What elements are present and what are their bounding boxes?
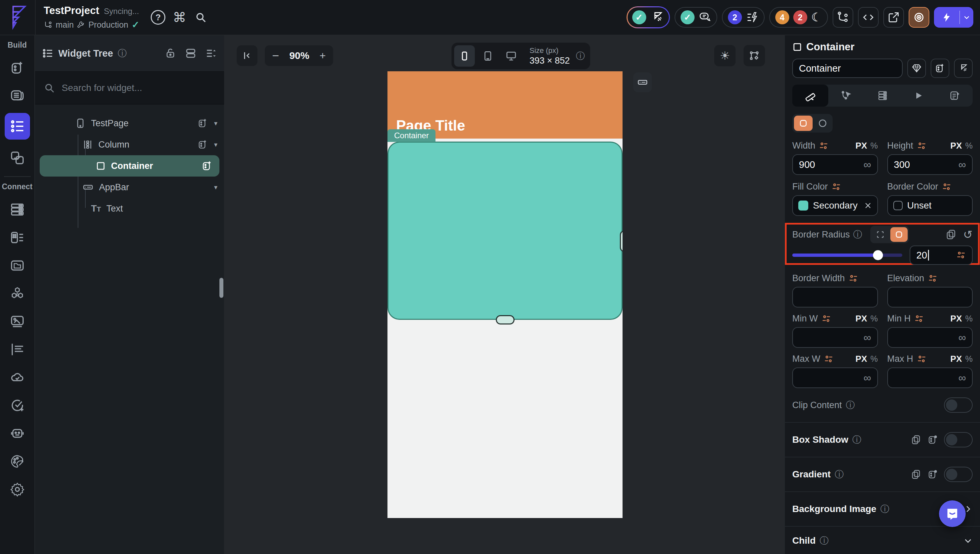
- slider-thumb[interactable]: [873, 250, 883, 260]
- deploy-menu-button[interactable]: [960, 14, 973, 21]
- sidebar-item-theme-settings[interactable]: [5, 452, 30, 471]
- add-widget-icon[interactable]: [201, 160, 213, 172]
- tab-backend[interactable]: [864, 84, 900, 107]
- bg-image-info-icon[interactable]: ⓘ: [880, 503, 889, 515]
- px-unit[interactable]: PX: [856, 354, 867, 364]
- px-unit[interactable]: PX: [950, 140, 962, 151]
- px-unit[interactable]: PX: [950, 314, 962, 324]
- app-logo[interactable]: [0, 5, 35, 30]
- min-h-input[interactable]: ∞: [887, 327, 973, 348]
- zoom-in-button[interactable]: +: [319, 49, 326, 62]
- device-phone-button[interactable]: [454, 45, 475, 67]
- infinity-button[interactable]: ∞: [863, 331, 871, 344]
- pct-unit[interactable]: %: [965, 141, 973, 151]
- issues-pill[interactable]: 4 2 ☾: [769, 7, 828, 28]
- infinity-button[interactable]: ∞: [958, 159, 966, 171]
- infinity-button[interactable]: ∞: [863, 372, 871, 384]
- shape-circle-button[interactable]: [814, 116, 831, 131]
- panel-layout-icon[interactable]: [185, 47, 197, 59]
- add-widget-icon[interactable]: [197, 118, 208, 129]
- size-value[interactable]: 393 × 852: [530, 56, 570, 66]
- px-unit[interactable]: PX: [950, 354, 962, 364]
- radius-per-corner-button[interactable]: [871, 227, 889, 242]
- tree-scrollbar-thumb[interactable]: [219, 278, 223, 298]
- set-from-variable-icon[interactable]: [942, 182, 952, 192]
- border-width-input[interactable]: [792, 287, 878, 307]
- sidebar-item-widget-tree[interactable]: [5, 113, 30, 140]
- shape-rectangle-button[interactable]: [794, 116, 812, 131]
- set-from-variable-icon[interactable]: [917, 354, 927, 364]
- px-unit[interactable]: PX: [856, 314, 867, 324]
- clear-color-icon[interactable]: [864, 202, 872, 210]
- border-color-picker[interactable]: Unset: [887, 195, 973, 216]
- pct-unit[interactable]: %: [870, 141, 878, 151]
- copy-value-icon[interactable]: c: [945, 229, 957, 240]
- child-alignment-info-icon[interactable]: ⓘ: [859, 552, 868, 554]
- set-from-variable-icon[interactable]: [927, 274, 938, 283]
- support-chat-button[interactable]: [939, 500, 966, 527]
- set-from-variable-icon[interactable]: [848, 274, 858, 283]
- box-shadow-toggle[interactable]: [944, 432, 973, 447]
- widget-name-input[interactable]: Container: [792, 59, 903, 78]
- ai-generate-button[interactable]: [954, 59, 973, 78]
- size-info-icon[interactable]: ⓘ: [576, 50, 585, 62]
- canvas-area[interactable]: − 90% + Size (px) 393 × 852 ⓘ ☀ Page Tit…: [224, 35, 784, 554]
- fill-color-picker[interactable]: Secondary: [792, 195, 878, 216]
- code-view-button[interactable]: [858, 7, 879, 28]
- sidebar-item-components[interactable]: [5, 148, 30, 167]
- min-w-input[interactable]: ∞: [792, 327, 878, 348]
- resize-handle-bottom[interactable]: [496, 315, 514, 325]
- tab-properties[interactable]: [792, 84, 828, 107]
- pct-unit[interactable]: %: [965, 354, 973, 364]
- sidebar-item-media-assets[interactable]: [5, 312, 30, 331]
- sidebar-item-tests[interactable]: [5, 396, 30, 415]
- tree-row-testpage[interactable]: TestPage ▾: [35, 113, 224, 134]
- set-from-variable-icon[interactable]: [917, 141, 927, 151]
- add-widget-icon[interactable]: [197, 139, 208, 150]
- tree-row-text[interactable]: TT Text: [35, 198, 224, 219]
- height-input[interactable]: 300 ∞: [887, 154, 973, 175]
- set-from-variable-icon[interactable]: [914, 314, 924, 324]
- box-shadow-info-icon[interactable]: ⓘ: [852, 434, 861, 446]
- sidebar-item-storyboard[interactable]: [5, 340, 30, 359]
- pct-unit[interactable]: %: [870, 314, 878, 323]
- theme-style-button[interactable]: [907, 59, 926, 78]
- preview-button[interactable]: [909, 7, 929, 28]
- gradient-toggle[interactable]: [944, 467, 973, 482]
- device-desktop-button[interactable]: [501, 45, 522, 67]
- sidebar-item-widget-palette[interactable]: [5, 58, 30, 78]
- px-unit[interactable]: PX: [856, 140, 867, 151]
- light-mode-toggle-button[interactable]: ☀: [714, 45, 736, 66]
- resize-handle-right[interactable]: [620, 231, 622, 252]
- infinity-button[interactable]: ∞: [958, 372, 966, 384]
- elevation-input[interactable]: [887, 287, 973, 307]
- clip-content-toggle[interactable]: [944, 398, 973, 413]
- radius-info-icon[interactable]: ⓘ: [853, 229, 862, 240]
- caret-down-icon[interactable]: ▾: [214, 119, 217, 127]
- border-radius-input[interactable]: 20: [910, 245, 973, 265]
- sidebar-item-app-settings[interactable]: [5, 480, 30, 499]
- help-button[interactable]: ?: [147, 7, 169, 28]
- infinity-button[interactable]: ∞: [958, 331, 966, 344]
- canvas-settings-button[interactable]: [744, 45, 765, 66]
- widget-search[interactable]: Search for widget...: [35, 71, 224, 105]
- wrap-widget-button[interactable]: [931, 59, 949, 78]
- max-w-input[interactable]: ∞: [792, 368, 878, 388]
- selection-badge[interactable]: Container: [388, 129, 436, 142]
- width-input[interactable]: 900 ∞: [792, 154, 878, 175]
- tree-row-container-selected[interactable]: Container: [40, 155, 219, 177]
- zoom-level[interactable]: 90%: [289, 50, 310, 61]
- caret-down-icon[interactable]: ▾: [214, 140, 217, 148]
- sidebar-item-cloud-functions[interactable]: [5, 368, 30, 387]
- comments-pill[interactable]: ✓: [675, 7, 717, 28]
- infinity-button[interactable]: ∞: [863, 159, 871, 171]
- tree-row-appbar[interactable]: AppBar ▾: [35, 177, 224, 198]
- pct-unit[interactable]: %: [965, 314, 973, 323]
- open-app-button[interactable]: [883, 7, 904, 28]
- set-from-variable-icon[interactable]: [819, 141, 828, 151]
- zoom-out-button[interactable]: −: [272, 49, 279, 63]
- appbar-quick-button[interactable]: [633, 72, 652, 92]
- environment-name[interactable]: Production: [88, 20, 128, 30]
- reset-icon[interactable]: ↺: [875, 552, 884, 554]
- pct-unit[interactable]: %: [870, 354, 878, 364]
